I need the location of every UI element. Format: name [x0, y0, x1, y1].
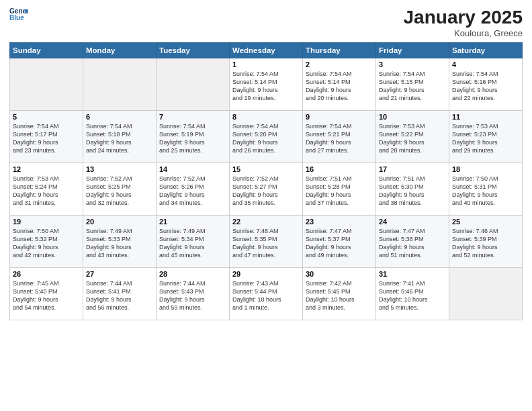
header-day: Monday — [83, 43, 157, 58]
day-info: Sunrise: 7:54 AM Sunset: 5:14 PM Dayligh… — [306, 70, 373, 103]
calendar-cell: 7Sunrise: 7:54 AM Sunset: 5:19 PM Daylig… — [157, 111, 230, 163]
calendar-cell: 9Sunrise: 7:54 AM Sunset: 5:21 PM Daylig… — [303, 111, 376, 163]
day-number: 13 — [86, 165, 153, 173]
day-info: Sunrise: 7:47 AM Sunset: 5:37 PM Dayligh… — [306, 227, 373, 260]
calendar-cell — [449, 268, 523, 320]
location: Kouloura, Greece — [404, 28, 523, 38]
day-number: 29 — [232, 270, 300, 278]
day-number: 2 — [306, 60, 373, 68]
calendar-cell: 8Sunrise: 7:54 AM Sunset: 5:20 PM Daylig… — [230, 111, 303, 163]
day-info: Sunrise: 7:51 AM Sunset: 5:30 PM Dayligh… — [379, 175, 446, 208]
day-number: 20 — [86, 218, 153, 226]
day-info: Sunrise: 7:53 AM Sunset: 5:22 PM Dayligh… — [379, 122, 446, 155]
day-info: Sunrise: 7:53 AM Sunset: 5:24 PM Dayligh… — [13, 175, 80, 208]
calendar-week-row: 26Sunrise: 7:45 AM Sunset: 5:40 PM Dayli… — [10, 268, 523, 320]
header-day: Tuesday — [157, 43, 230, 58]
day-info: Sunrise: 7:51 AM Sunset: 5:28 PM Dayligh… — [306, 175, 373, 208]
calendar-cell: 16Sunrise: 7:51 AM Sunset: 5:28 PM Dayli… — [303, 163, 376, 216]
calendar-cell: 29Sunrise: 7:43 AM Sunset: 5:44 PM Dayli… — [230, 268, 303, 320]
day-number: 23 — [306, 218, 373, 226]
day-info: Sunrise: 7:52 AM Sunset: 5:27 PM Dayligh… — [232, 175, 300, 208]
calendar-week-row: 12Sunrise: 7:53 AM Sunset: 5:24 PM Dayli… — [10, 163, 523, 216]
day-number: 18 — [452, 165, 519, 173]
calendar-cell: 4Sunrise: 7:54 AM Sunset: 5:16 PM Daylig… — [449, 58, 523, 111]
calendar-week-row: 19Sunrise: 7:50 AM Sunset: 5:32 PM Dayli… — [10, 216, 523, 268]
calendar-cell: 14Sunrise: 7:52 AM Sunset: 5:26 PM Dayli… — [157, 163, 230, 216]
day-info: Sunrise: 7:42 AM Sunset: 5:45 PM Dayligh… — [306, 279, 373, 312]
month-title: January 2025 — [404, 7, 523, 28]
day-info: Sunrise: 7:52 AM Sunset: 5:26 PM Dayligh… — [159, 175, 226, 208]
logo: General Blue — [9, 7, 28, 21]
calendar-cell: 25Sunrise: 7:46 AM Sunset: 5:39 PM Dayli… — [449, 216, 523, 268]
day-number: 15 — [232, 165, 300, 173]
day-number: 19 — [13, 218, 80, 226]
calendar-cell — [157, 58, 230, 111]
title-block: January 2025 Kouloura, Greece — [404, 7, 523, 38]
day-info: Sunrise: 7:54 AM Sunset: 5:18 PM Dayligh… — [86, 122, 153, 155]
calendar-cell: 10Sunrise: 7:53 AM Sunset: 5:22 PM Dayli… — [376, 111, 449, 163]
day-number: 8 — [232, 113, 300, 121]
calendar-cell: 27Sunrise: 7:44 AM Sunset: 5:41 PM Dayli… — [83, 268, 157, 320]
day-info: Sunrise: 7:44 AM Sunset: 5:41 PM Dayligh… — [86, 279, 153, 312]
day-info: Sunrise: 7:54 AM Sunset: 5:16 PM Dayligh… — [452, 70, 519, 103]
day-info: Sunrise: 7:41 AM Sunset: 5:46 PM Dayligh… — [379, 279, 446, 312]
day-info: Sunrise: 7:49 AM Sunset: 5:33 PM Dayligh… — [86, 227, 153, 260]
day-number: 14 — [159, 165, 226, 173]
calendar-cell: 3Sunrise: 7:54 AM Sunset: 5:15 PM Daylig… — [376, 58, 449, 111]
day-info: Sunrise: 7:52 AM Sunset: 5:25 PM Dayligh… — [86, 175, 153, 208]
day-info: Sunrise: 7:49 AM Sunset: 5:34 PM Dayligh… — [159, 227, 226, 260]
header-day: Thursday — [303, 43, 376, 58]
day-info: Sunrise: 7:50 AM Sunset: 5:32 PM Dayligh… — [13, 227, 80, 260]
day-info: Sunrise: 7:43 AM Sunset: 5:44 PM Dayligh… — [232, 279, 300, 312]
calendar-cell: 23Sunrise: 7:47 AM Sunset: 5:37 PM Dayli… — [303, 216, 376, 268]
day-number: 27 — [86, 270, 153, 278]
day-number: 30 — [306, 270, 373, 278]
calendar-week-row: 1Sunrise: 7:54 AM Sunset: 5:14 PM Daylig… — [10, 58, 523, 111]
calendar-cell: 22Sunrise: 7:48 AM Sunset: 5:35 PM Dayli… — [230, 216, 303, 268]
calendar-week-row: 5Sunrise: 7:54 AM Sunset: 5:17 PM Daylig… — [10, 111, 523, 163]
day-info: Sunrise: 7:54 AM Sunset: 5:17 PM Dayligh… — [13, 122, 80, 155]
calendar-cell: 11Sunrise: 7:53 AM Sunset: 5:23 PM Dayli… — [449, 111, 523, 163]
calendar-cell: 17Sunrise: 7:51 AM Sunset: 5:30 PM Dayli… — [376, 163, 449, 216]
header-day: Saturday — [449, 43, 523, 58]
calendar-cell: 6Sunrise: 7:54 AM Sunset: 5:18 PM Daylig… — [83, 111, 157, 163]
day-number: 17 — [379, 165, 446, 173]
day-info: Sunrise: 7:44 AM Sunset: 5:43 PM Dayligh… — [159, 279, 226, 312]
day-number: 10 — [379, 113, 446, 121]
day-info: Sunrise: 7:45 AM Sunset: 5:40 PM Dayligh… — [13, 279, 80, 312]
header: General Blue January 2025 Kouloura, Gree… — [9, 7, 523, 38]
calendar-cell: 20Sunrise: 7:49 AM Sunset: 5:33 PM Dayli… — [83, 216, 157, 268]
day-info: Sunrise: 7:54 AM Sunset: 5:20 PM Dayligh… — [232, 122, 300, 155]
calendar-cell: 1Sunrise: 7:54 AM Sunset: 5:14 PM Daylig… — [230, 58, 303, 111]
header-day: Sunday — [10, 43, 83, 58]
day-info: Sunrise: 7:54 AM Sunset: 5:15 PM Dayligh… — [379, 70, 446, 103]
day-number: 25 — [452, 218, 519, 226]
calendar-cell — [83, 58, 157, 111]
calendar-cell: 15Sunrise: 7:52 AM Sunset: 5:27 PM Dayli… — [230, 163, 303, 216]
day-info: Sunrise: 7:54 AM Sunset: 5:19 PM Dayligh… — [159, 122, 226, 155]
day-number: 3 — [379, 60, 446, 68]
day-number: 4 — [452, 60, 519, 68]
day-info: Sunrise: 7:54 AM Sunset: 5:21 PM Dayligh… — [306, 122, 373, 155]
day-number: 31 — [379, 270, 446, 278]
day-info: Sunrise: 7:46 AM Sunset: 5:39 PM Dayligh… — [452, 227, 519, 260]
calendar-cell: 28Sunrise: 7:44 AM Sunset: 5:43 PM Dayli… — [157, 268, 230, 320]
calendar-table: SundayMondayTuesdayWednesdayThursdayFrid… — [9, 42, 523, 320]
day-number: 11 — [452, 113, 519, 121]
day-number: 5 — [13, 113, 80, 121]
calendar-cell: 18Sunrise: 7:50 AM Sunset: 5:31 PM Dayli… — [449, 163, 523, 216]
day-number: 22 — [232, 218, 300, 226]
calendar-cell: 30Sunrise: 7:42 AM Sunset: 5:45 PM Dayli… — [303, 268, 376, 320]
day-number: 1 — [232, 60, 300, 68]
calendar-cell: 26Sunrise: 7:45 AM Sunset: 5:40 PM Dayli… — [10, 268, 83, 320]
svg-text:Blue: Blue — [9, 14, 24, 21]
day-number: 16 — [306, 165, 373, 173]
page: General Blue January 2025 Kouloura, Gree… — [0, 0, 532, 411]
day-info: Sunrise: 7:54 AM Sunset: 5:14 PM Dayligh… — [232, 70, 300, 103]
day-number: 6 — [86, 113, 153, 121]
calendar-cell: 19Sunrise: 7:50 AM Sunset: 5:32 PM Dayli… — [10, 216, 83, 268]
day-info: Sunrise: 7:47 AM Sunset: 5:38 PM Dayligh… — [379, 227, 446, 260]
calendar-cell: 2Sunrise: 7:54 AM Sunset: 5:14 PM Daylig… — [303, 58, 376, 111]
calendar-cell: 5Sunrise: 7:54 AM Sunset: 5:17 PM Daylig… — [10, 111, 83, 163]
day-number: 7 — [159, 113, 226, 121]
